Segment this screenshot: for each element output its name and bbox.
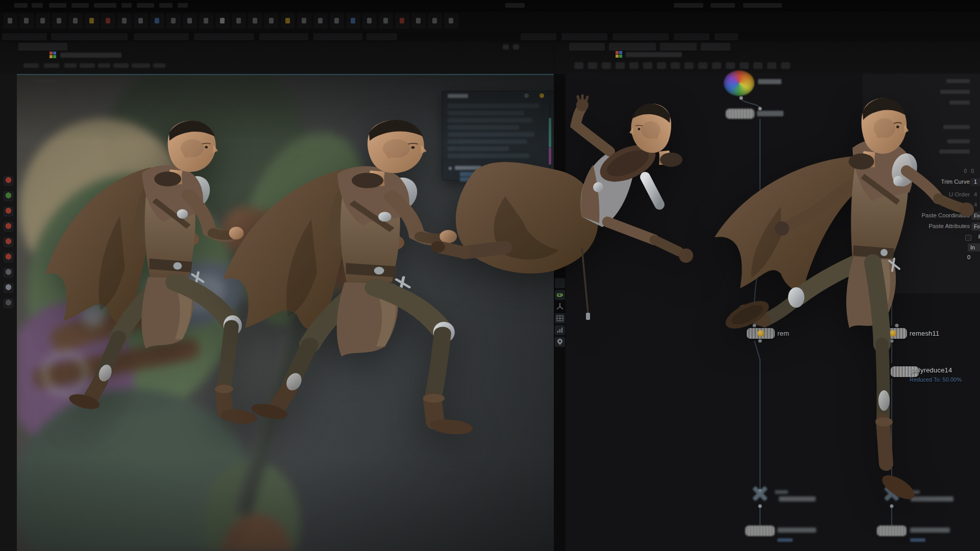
- toolbar-row[interactable]: [0, 32, 980, 42]
- shelf-tool-icon[interactable]: [183, 13, 197, 29]
- menu-item-placeholder[interactable]: [94, 3, 116, 8]
- character-model-floating[interactable]: [429, 94, 694, 334]
- shelf-tool-icon[interactable]: [36, 13, 50, 29]
- shelf-tool-icon[interactable]: [411, 13, 426, 29]
- shelf-tool-icon[interactable]: [215, 13, 230, 29]
- shelf-tool-icon[interactable]: [379, 13, 393, 29]
- pane-menu-item-placeholder[interactable]: [153, 63, 165, 68]
- network-toolbar-icon-placeholder[interactable]: [616, 62, 625, 69]
- snap-tool-icon[interactable]: [4, 268, 13, 278]
- shelf-tool-icon[interactable]: [395, 13, 409, 29]
- location-pin-icon[interactable]: [555, 337, 565, 347]
- viewport-left-toolbar[interactable]: [0, 74, 17, 551]
- network-toolbar-icon-placeholder[interactable]: [781, 62, 790, 69]
- toolbar-button-placeholder[interactable]: [612, 33, 669, 40]
- snap-tool-icon[interactable]: [4, 222, 13, 232]
- right-pane-tab-1[interactable]: [569, 43, 605, 51]
- network-toolbar-icon-placeholder[interactable]: [643, 62, 652, 69]
- menu-item-placeholder[interactable]: [178, 3, 188, 8]
- menu-item-placeholder[interactable]: [159, 3, 173, 8]
- output-node[interactable]: [745, 525, 775, 536]
- shelf-tool-icon[interactable]: [281, 13, 295, 29]
- output-node[interactable]: [877, 525, 906, 536]
- toolbar-button-placeholder[interactable]: [715, 33, 738, 40]
- character-badge-node[interactable]: [724, 70, 754, 96]
- pane-menu-icon[interactable]: [513, 44, 519, 49]
- shelf-tool-icon[interactable]: [134, 13, 148, 29]
- pane-menu-item-placeholder[interactable]: [44, 63, 59, 68]
- network-toolbar-icon-placeholder[interactable]: [684, 62, 694, 69]
- shelf-tool-icon[interactable]: [101, 13, 115, 29]
- shelf-tool-icon[interactable]: [150, 13, 164, 29]
- menu-item-placeholder[interactable]: [32, 3, 43, 8]
- shelf-tool-icon[interactable]: [199, 13, 213, 29]
- menu-item-placeholder[interactable]: [137, 3, 154, 8]
- shelf-tool-icon[interactable]: [362, 13, 377, 29]
- network-toolbar-icon-placeholder[interactable]: [726, 62, 735, 69]
- network-toolbar-icon-placeholder[interactable]: [753, 62, 763, 69]
- toolbar-button-placeholder[interactable]: [134, 33, 189, 40]
- pane-menu-item-placeholder[interactable]: [113, 63, 129, 68]
- pane-menu-item-placeholder[interactable]: [98, 63, 110, 68]
- shelf-toolbar[interactable]: [0, 11, 980, 32]
- toolbar-button-placeholder[interactable]: [194, 33, 254, 40]
- network-toolbar-icon-placeholder[interactable]: [698, 62, 707, 69]
- shelf-tool-icon[interactable]: [264, 13, 279, 29]
- network-path-text[interactable]: [626, 52, 682, 57]
- shelf-tool-icon[interactable]: [313, 13, 328, 29]
- shelf-tool-icon[interactable]: [428, 13, 442, 29]
- toolbar-button-placeholder[interactable]: [259, 33, 308, 40]
- shelf-tool-icon[interactable]: [117, 13, 132, 29]
- toolbar-button-placeholder[interactable]: [521, 33, 556, 40]
- snap-tool-icon[interactable]: [4, 237, 13, 247]
- snap-tool-icon[interactable]: [4, 253, 13, 262]
- menu-item-placeholder[interactable]: [674, 3, 703, 8]
- menu-bar[interactable]: [0, 0, 980, 11]
- shelf-tool-icon[interactable]: [3, 13, 17, 29]
- left-pane-tab[interactable]: [18, 43, 67, 51]
- shelf-tool-icon[interactable]: [19, 13, 34, 29]
- pane-menu-item-placeholder[interactable]: [80, 63, 95, 68]
- snap-tool-icon[interactable]: [4, 176, 13, 186]
- pane-pin-icon[interactable]: [503, 44, 509, 49]
- pane-menu-item-placeholder[interactable]: [132, 63, 150, 68]
- character-model-run-right[interactable]: [704, 94, 980, 508]
- snap-tool-icon[interactable]: [4, 191, 13, 201]
- menu-item-placeholder[interactable]: [743, 3, 782, 8]
- network-toolbar-icon-placeholder[interactable]: [629, 62, 639, 69]
- toolbar-button-placeholder[interactable]: [366, 33, 397, 40]
- toolbar-button-placeholder[interactable]: [51, 33, 128, 40]
- menu-item-placeholder[interactable]: [14, 3, 28, 8]
- shelf-tool-icon[interactable]: [248, 13, 262, 29]
- shelf-tool-icon[interactable]: [232, 13, 246, 29]
- snap-tool-icon[interactable]: [4, 298, 13, 308]
- shelf-tool-icon[interactable]: [444, 13, 458, 29]
- shelf-tool-icon[interactable]: [330, 13, 344, 29]
- menu-item-placeholder[interactable]: [121, 3, 132, 8]
- shelf-tool-icon[interactable]: [297, 13, 311, 29]
- menu-item-placeholder[interactable]: [71, 3, 89, 8]
- menu-item-placeholder[interactable]: [710, 3, 735, 8]
- network-toolbar-icon-placeholder[interactable]: [740, 62, 749, 69]
- menu-item-placeholder[interactable]: [49, 3, 66, 8]
- network-toolbar-icon-placeholder[interactable]: [712, 62, 721, 69]
- pane-menu-item-placeholder[interactable]: [64, 63, 77, 68]
- network-toolbar-icon-placeholder[interactable]: [657, 62, 666, 69]
- shelf-tool-icon[interactable]: [166, 13, 181, 29]
- network-toolbar-icon-placeholder[interactable]: [574, 62, 583, 69]
- right-pane-tab-4[interactable]: [701, 43, 730, 51]
- shelf-tool-icon[interactable]: [85, 13, 99, 29]
- network-toolbar-icon-placeholder[interactable]: [602, 62, 611, 69]
- toolbar-button-placeholder[interactable]: [2, 33, 47, 40]
- toolbar-button-placeholder[interactable]: [561, 33, 607, 40]
- toolbar-button-placeholder[interactable]: [313, 33, 362, 40]
- shelf-tool-icon[interactable]: [52, 13, 66, 29]
- network-toolbar-icon-placeholder[interactable]: [767, 62, 776, 69]
- network-toolbar-icon-placeholder[interactable]: [671, 62, 680, 69]
- toolbar-button-placeholder[interactable]: [674, 33, 709, 40]
- menu-item-placeholder[interactable]: [505, 3, 525, 8]
- network-toolbar-icon-placeholder[interactable]: [588, 62, 597, 69]
- right-pane-tab-2[interactable]: [609, 43, 656, 51]
- snap-tool-icon[interactable]: [4, 283, 13, 293]
- shelf-tool-icon[interactable]: [68, 13, 83, 29]
